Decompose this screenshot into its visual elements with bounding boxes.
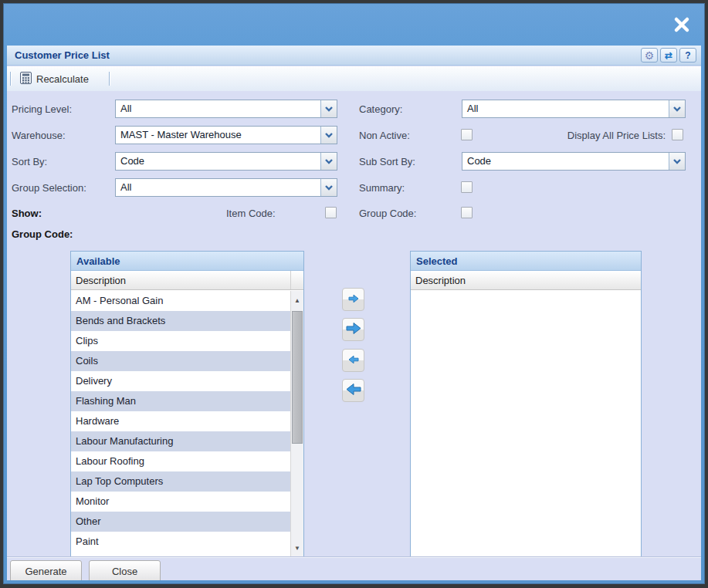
help-button[interactable]: ? xyxy=(679,48,696,63)
group-selection-select[interactable]: All xyxy=(115,178,337,197)
dialog-footer: Generate Close xyxy=(7,556,701,580)
gear-icon: ⚙ xyxy=(645,50,655,61)
app-window: Customer Price List ⚙ ⇄ ? xyxy=(0,0,708,588)
list-item[interactable]: Flashing Man xyxy=(71,391,290,411)
chevron-down-icon[interactable] xyxy=(320,179,337,196)
move-left-button[interactable] xyxy=(342,349,364,372)
toolbar: Recalculate xyxy=(7,66,701,91)
recalculate-label: Recalculate xyxy=(36,73,89,85)
arrow-left-large-icon xyxy=(346,383,361,399)
chevron-down-icon[interactable] xyxy=(669,100,685,117)
scroll-up-icon[interactable]: ▲ xyxy=(291,294,303,308)
list-item[interactable]: Bends and Brackets xyxy=(71,311,290,331)
calculator-icon xyxy=(20,72,32,86)
non-active-checkbox[interactable] xyxy=(461,129,473,140)
dialog-title: Customer Price List xyxy=(15,49,110,61)
list-item[interactable]: Delivery xyxy=(71,371,290,391)
help-icon: ? xyxy=(685,51,690,60)
description-column-header: Description xyxy=(411,271,641,289)
chevron-down-icon[interactable] xyxy=(320,100,337,117)
list-item[interactable]: Clips xyxy=(71,331,290,351)
close-icon[interactable] xyxy=(673,16,690,33)
display-all-price-lists-label: Display All Price Lists: xyxy=(501,130,666,141)
available-panel: Available Description AM - Personal Gain… xyxy=(70,251,304,558)
sort-by-label: Sort By: xyxy=(12,156,47,167)
group-code-label: Group Code: xyxy=(359,208,416,219)
available-panel-header: Available xyxy=(71,252,303,271)
warehouse-label: Warehouse: xyxy=(12,130,66,141)
arrow-right-large-icon xyxy=(346,322,361,338)
chevron-down-icon[interactable] xyxy=(320,153,337,170)
dialog-header: Customer Price List ⚙ ⇄ ? xyxy=(7,46,701,66)
dialog-header-buttons: ⚙ ⇄ ? xyxy=(641,48,696,63)
sub-sort-by-select[interactable]: Code xyxy=(462,152,686,171)
selected-panel: Selected Description xyxy=(410,251,642,558)
chevron-down-icon[interactable] xyxy=(669,153,685,170)
description-column-header: Description xyxy=(71,271,290,289)
arrow-left-icon xyxy=(348,353,359,367)
category-select[interactable]: All xyxy=(462,100,686,118)
non-active-label: Non Active: xyxy=(359,130,410,141)
sub-sort-by-label: Sub Sort By: xyxy=(359,156,415,167)
recalculate-button[interactable]: Recalculate xyxy=(14,69,95,89)
refresh-button[interactable]: ⇄ xyxy=(660,48,677,63)
window-chrome: Customer Price List ⚙ ⇄ ? xyxy=(3,3,705,584)
available-rows: AM - Personal GainBends and BracketsClip… xyxy=(71,291,290,552)
show-label: Show: xyxy=(12,208,42,219)
toolbar-separator xyxy=(109,72,110,86)
toolbar-separator xyxy=(10,72,11,86)
warehouse-select[interactable]: MAST - Master Warehouse xyxy=(115,126,337,144)
sort-by-select[interactable]: Code xyxy=(115,152,337,171)
pricing-level-label: Pricing Level: xyxy=(12,103,72,115)
column-header-spacer xyxy=(290,271,303,289)
selected-panel-header: Selected xyxy=(411,252,641,271)
settings-button[interactable]: ⚙ xyxy=(641,48,658,63)
refresh-icon: ⇄ xyxy=(665,51,672,60)
group-code-section-label: Group Code: xyxy=(12,228,73,240)
list-item[interactable]: Paint xyxy=(71,532,290,552)
item-code-label: Item Code: xyxy=(226,208,276,219)
move-right-button[interactable] xyxy=(342,288,364,311)
customer-price-list-dialog: Customer Price List ⚙ ⇄ ? xyxy=(7,46,701,580)
move-all-right-button[interactable] xyxy=(342,318,364,341)
list-item[interactable]: AM - Personal Gain xyxy=(71,291,290,311)
list-item[interactable]: Monitor xyxy=(71,492,290,512)
group-code-checkbox[interactable] xyxy=(461,207,473,218)
scroll-down-icon[interactable]: ▼ xyxy=(291,542,303,556)
selected-column-header[interactable]: Description xyxy=(411,271,641,290)
available-column-header[interactable]: Description xyxy=(71,271,303,290)
chevron-down-icon[interactable] xyxy=(320,127,337,144)
summary-checkbox[interactable] xyxy=(461,181,473,193)
arrow-right-icon xyxy=(348,292,359,306)
available-list: AM - Personal GainBends and BracketsClip… xyxy=(71,291,303,557)
generate-button[interactable]: Generate xyxy=(10,560,82,580)
available-scrollbar[interactable]: ▲ ▼ xyxy=(290,291,303,557)
list-item[interactable]: Other xyxy=(71,512,290,532)
move-all-left-button[interactable] xyxy=(342,379,364,402)
list-item[interactable]: Labour Roofing xyxy=(71,451,290,471)
group-selection-label: Group Selection: xyxy=(12,182,86,194)
list-item[interactable]: Labour Manufacturing xyxy=(71,431,290,451)
selected-list xyxy=(411,291,641,557)
list-item[interactable]: Hardware xyxy=(71,411,290,431)
pricing-level-select[interactable]: All xyxy=(115,100,337,118)
scrollbar-thumb[interactable] xyxy=(292,311,303,444)
display-all-price-lists-checkbox[interactable] xyxy=(672,129,683,140)
category-label: Category: xyxy=(359,103,402,115)
list-item[interactable]: Coils xyxy=(71,351,290,371)
summary-label: Summary: xyxy=(359,182,405,194)
item-code-checkbox[interactable] xyxy=(325,207,337,218)
close-button[interactable]: Close xyxy=(89,560,161,580)
list-item[interactable]: Lap Top Computers xyxy=(71,471,290,492)
